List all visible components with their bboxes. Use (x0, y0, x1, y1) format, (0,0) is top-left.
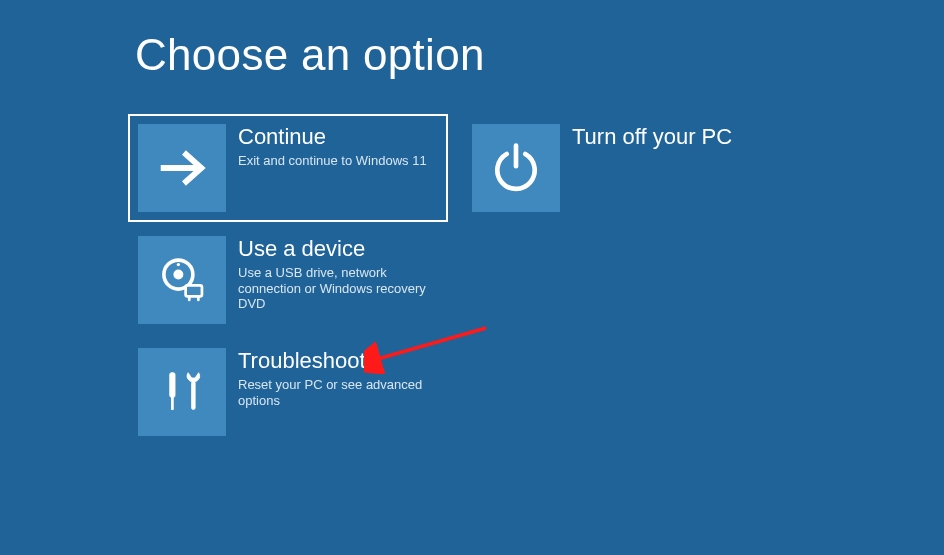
option-continue-title: Continue (238, 124, 427, 149)
svg-rect-10 (192, 382, 196, 410)
svg-rect-9 (172, 397, 174, 409)
option-turn-off-pc-text: Turn off your PC (560, 124, 732, 149)
power-icon (472, 124, 560, 212)
option-troubleshoot-text: Troubleshoot Reset your PC or see advanc… (226, 348, 448, 408)
option-use-a-device-desc: Use a USB drive, network connection or W… (238, 265, 448, 312)
page-title: Choose an option (135, 30, 485, 80)
device-icon (138, 236, 226, 324)
option-continue-text: Continue Exit and continue to Windows 11 (226, 124, 427, 169)
option-turn-off-pc[interactable]: Turn off your PC (472, 124, 732, 212)
option-use-a-device-text: Use a device Use a USB drive, network co… (226, 236, 448, 312)
winre-choose-option-screen: Choose an option Continue Exit and conti… (0, 0, 944, 555)
option-continue-desc: Exit and continue to Windows 11 (238, 153, 427, 169)
option-use-a-device-title: Use a device (238, 236, 448, 261)
option-continue[interactable]: Continue Exit and continue to Windows 11 (128, 114, 448, 222)
svg-point-4 (177, 263, 180, 266)
option-turn-off-pc-title: Turn off your PC (572, 124, 732, 149)
tools-icon (138, 348, 226, 436)
svg-point-3 (175, 271, 182, 278)
option-troubleshoot-desc: Reset your PC or see advanced options (238, 377, 448, 408)
option-troubleshoot-title: Troubleshoot (238, 348, 448, 373)
arrow-right-icon (138, 124, 226, 212)
option-troubleshoot[interactable]: Troubleshoot Reset your PC or see advanc… (138, 348, 448, 436)
svg-rect-5 (186, 285, 202, 296)
option-use-a-device[interactable]: Use a device Use a USB drive, network co… (138, 236, 448, 324)
svg-rect-8 (170, 373, 175, 398)
